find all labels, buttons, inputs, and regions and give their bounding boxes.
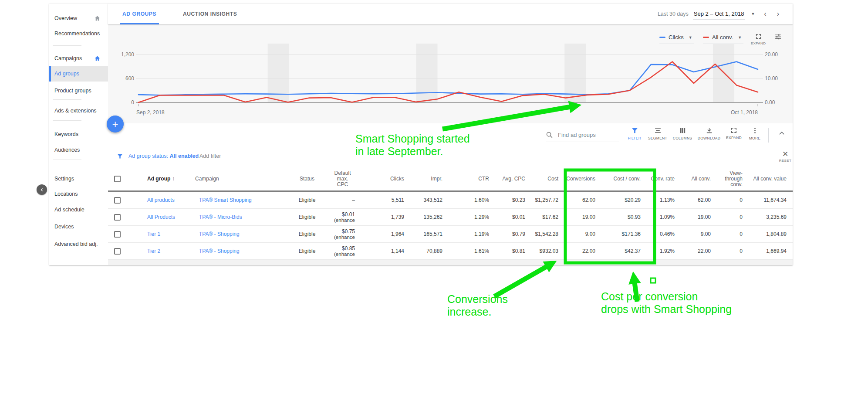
- row-checkbox[interactable]: [114, 197, 121, 204]
- topbar: AD GROUPS AUCTION INSIGHTS Last 30 days …: [108, 3, 793, 24]
- select-all-checkbox[interactable]: [114, 176, 121, 182]
- sidebar-item-advanced-bid-adj[interactable]: Advanced bid adj.: [49, 238, 108, 251]
- date-range-value[interactable]: Sep 2 – Oct 1, 2018: [693, 9, 745, 20]
- col-header-all_conv[interactable]: All conv.: [678, 176, 714, 182]
- table-row[interactable]: All productsTPA® Smart ShoppingEligible–…: [108, 192, 793, 209]
- sidebar-divider: [53, 99, 81, 100]
- ctr-value: 1.19%: [446, 231, 493, 237]
- col-header-ad_group[interactable]: Ad group↑: [138, 176, 192, 182]
- plus-icon: +: [112, 118, 118, 130]
- sort-asc-icon: ↑: [172, 176, 175, 182]
- sidebar-item-audiences[interactable]: Audiences: [49, 143, 108, 156]
- main-area: AD GROUPS AUCTION INSIGHTS Last 30 days …: [108, 3, 793, 265]
- sidebar-item-label: Ad schedule: [54, 207, 84, 213]
- reset-button[interactable]: ✕ RESET: [775, 150, 795, 163]
- table-row[interactable]: Tier 2TPA® - ShoppingEligible$0.85(enhan…: [108, 243, 793, 260]
- date-dropdown-icon[interactable]: ▼: [749, 12, 757, 16]
- sidebar-item-label: Ad groups: [54, 71, 79, 77]
- sidebar-item-recommendations[interactable]: Recommendations: [49, 27, 108, 40]
- sidebar-item-label: Product groups: [54, 88, 91, 94]
- col-header-cost_conv[interactable]: Cost / conv.: [599, 176, 644, 182]
- sidebar-collapse-button[interactable]: [37, 184, 47, 195]
- tab-ad-groups[interactable]: AD GROUPS: [122, 3, 156, 24]
- row-checkbox-cell: [108, 248, 125, 255]
- more-button[interactable]: MORE: [743, 127, 767, 140]
- campaign-link[interactable]: TPA® - Micro-Bids: [192, 214, 287, 220]
- col-header-status[interactable]: Status: [287, 176, 327, 182]
- sidebar-item-overview[interactable]: Overview: [49, 12, 108, 25]
- filter-button[interactable]: FILTER: [623, 127, 646, 140]
- segment-button[interactable]: SEGMENT: [646, 127, 669, 140]
- campaign-link[interactable]: TPA® - Shopping: [192, 248, 287, 254]
- ctr-value: 1.60%: [446, 197, 493, 203]
- col-header-conversions[interactable]: Conversions: [562, 176, 599, 182]
- sidebar-item-ad-groups[interactable]: Ad groups: [49, 66, 108, 82]
- chart-expand-button[interactable]: EXPAND: [748, 33, 768, 45]
- sidebar-item-label: Advanced bid adj.: [54, 241, 98, 247]
- search-input[interactable]: [557, 131, 611, 139]
- impr-value: 343,512: [408, 197, 446, 203]
- table-row[interactable]: All ProductsTPA® - Micro-BidsEligible$0.…: [108, 209, 793, 226]
- search-icon: [546, 131, 553, 139]
- cost-value: $932.03: [529, 248, 562, 254]
- avg-cpc-value: $0.79: [493, 231, 529, 237]
- sidebar-divider: [53, 160, 81, 160]
- columns-button[interactable]: COLUMNS: [671, 127, 694, 140]
- sidebar-item-product-groups[interactable]: Product groups: [49, 84, 108, 97]
- cost-value: $1,542.28: [529, 231, 562, 237]
- date-next-icon[interactable]: ›: [774, 10, 782, 18]
- all-conv-value: 62.00: [678, 197, 714, 203]
- active-filter-chip[interactable]: Ad group status: All enabled: [128, 153, 199, 159]
- ad-group-link[interactable]: All Products: [138, 214, 192, 220]
- sidebar-item-settings[interactable]: Settings: [49, 172, 108, 185]
- campaign-link[interactable]: TPA® Smart Shopping: [192, 197, 287, 203]
- cost-per-conv-value: $171.36: [599, 231, 644, 237]
- clicks-value: 1,964: [358, 231, 408, 237]
- campaign-link[interactable]: TPA® - Shopping: [192, 231, 287, 237]
- legend-metric-all-conv[interactable]: All conv. ▼: [703, 34, 743, 44]
- table-row[interactable]: Tier 1TPA® - ShoppingEligible$0.75(enhan…: [108, 226, 793, 243]
- col-header-all_conv_value[interactable]: All conv. value: [746, 176, 790, 182]
- col-header-campaign[interactable]: Campaign: [192, 176, 287, 182]
- home-icon: [95, 56, 100, 61]
- chart-expand-label: EXPAND: [751, 41, 766, 45]
- segment-label: SEGMENT: [648, 136, 667, 140]
- row-checkbox[interactable]: [114, 248, 121, 255]
- download-button[interactable]: DOWNLOAD: [697, 127, 721, 140]
- col-header-max_cpc[interactable]: Default max. CPC: [327, 170, 358, 187]
- add-filter-button[interactable]: Add filter: [199, 153, 221, 159]
- small-square-mark: [651, 278, 655, 283]
- date-prev-icon[interactable]: ‹: [761, 10, 769, 18]
- col-header-view_through[interactable]: View-through conv.: [714, 170, 746, 187]
- tab-auction-insights[interactable]: AUCTION INSIGHTS: [183, 3, 237, 24]
- status-value: Eligible: [287, 214, 327, 220]
- max-cpc-value: $0.01(enhance: [327, 211, 358, 223]
- collapse-chart-icon[interactable]: [778, 129, 786, 137]
- col-header-avg_cpc[interactable]: Avg. CPC: [493, 176, 529, 182]
- sidebar-item-ads-extensions[interactable]: Ads & extensions: [49, 104, 108, 117]
- sidebar-item-ad-schedule[interactable]: Ad schedule: [49, 203, 108, 216]
- col-header-conv_rate[interactable]: Conv. rate: [644, 176, 678, 182]
- col-header-impr[interactable]: Impr.: [408, 176, 446, 182]
- left-axis-tick-label: 600: [125, 75, 134, 82]
- col-header-ctr[interactable]: CTR: [446, 176, 493, 182]
- annotation-conversions-note: Conversions increase.: [447, 293, 508, 318]
- col-header-clicks[interactable]: Clicks: [358, 176, 408, 182]
- ad-group-link[interactable]: Tier 2: [138, 248, 192, 254]
- sidebar-item-locations[interactable]: Locations: [49, 187, 108, 201]
- ad-group-link[interactable]: All products: [138, 197, 192, 203]
- sidebar-item-keywords[interactable]: Keywords: [49, 128, 108, 141]
- ad-group-link[interactable]: Tier 1: [138, 231, 192, 237]
- add-ad-group-fab[interactable]: +: [107, 116, 124, 133]
- chart-settings-icon[interactable]: [774, 33, 782, 41]
- legend-metric-clicks[interactable]: Clicks ▼: [659, 34, 694, 44]
- col-header-cost[interactable]: Cost: [529, 176, 562, 182]
- conversions-value: 22.00: [562, 248, 599, 254]
- sidebar-item-campaigns[interactable]: Campaigns: [49, 52, 108, 65]
- col-header-checkbox[interactable]: [108, 176, 125, 182]
- expand-table-button[interactable]: EXPAND: [722, 127, 746, 140]
- sidebar-item-devices[interactable]: Devices: [49, 220, 108, 233]
- row-checkbox[interactable]: [114, 231, 121, 238]
- row-checkbox[interactable]: [114, 214, 121, 221]
- x-axis-end-label: Oct 1, 2018: [731, 109, 758, 116]
